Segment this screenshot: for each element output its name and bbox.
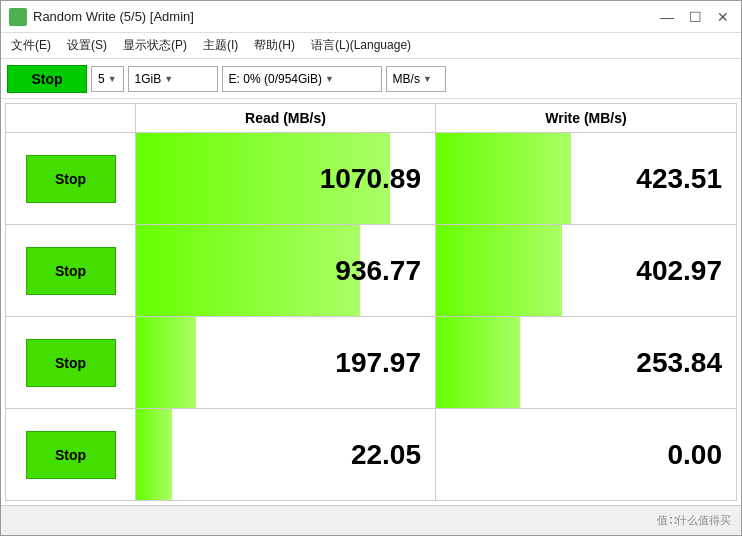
path-arrow-icon: ▼ [325,74,334,84]
header-empty [6,104,136,132]
row-3-read-bar [136,317,196,408]
path-value: E: 0% (0/954GiB) [229,72,322,86]
row-4-write-value: 0.00 [668,439,723,471]
header-write: Write (MB/s) [436,104,736,132]
count-value: 5 [98,72,105,86]
toolbar: Stop 5 ▼ 1GiB ▼ E: 0% (0/954GiB) ▼ MB/s … [1,59,741,99]
row-4-write-cell: 0.00 [436,409,736,500]
results-table: Read (MB/s) Write (MB/s) Stop 1070.89 [5,103,737,501]
unit-arrow-icon: ▼ [423,74,432,84]
maximize-button[interactable]: ☐ [685,7,705,27]
row-2-write-cell: 402.97 [436,225,736,316]
unit-value: MB/s [393,72,420,86]
watermark-text: 值∷什么值得买 [657,513,731,528]
menu-settings[interactable]: 设置(S) [61,35,113,56]
row-3-read-cell: 197.97 [136,317,436,408]
count-arrow-icon: ▼ [108,74,117,84]
window-title: Random Write (5/5) [Admin] [33,9,194,24]
row-4-btn-cell: Stop [6,409,136,500]
stop-row-1-button[interactable]: Stop [26,155,116,203]
stop-row-2-button[interactable]: Stop [26,247,116,295]
close-button[interactable]: ✕ [713,7,733,27]
row-2-read-cell: 936.77 [136,225,436,316]
stop-row-3-button[interactable]: Stop [26,339,116,387]
unit-dropdown[interactable]: MB/s ▼ [386,66,446,92]
table-body: Stop 1070.89 423.51 Stop [6,133,736,500]
size-value: 1GiB [135,72,162,86]
row-4-read-bar [136,409,172,500]
row-3-write-bar [436,317,520,408]
table-row: Stop 936.77 402.97 [6,225,736,317]
row-2-write-bar [436,225,562,316]
row-1-write-value: 423.51 [636,163,722,195]
table-row: Stop 1070.89 423.51 [6,133,736,225]
size-dropdown[interactable]: 1GiB ▼ [128,66,218,92]
minimize-button[interactable]: — [657,7,677,27]
row-1-write-cell: 423.51 [436,133,736,224]
menu-help[interactable]: 帮助(H) [248,35,301,56]
row-3-btn-cell: Stop [6,317,136,408]
menu-file[interactable]: 文件(E) [5,35,57,56]
title-bar: Random Write (5/5) [Admin] — ☐ ✕ [1,1,741,33]
status-bar: 值∷什么值得买 [1,505,741,535]
main-window: Random Write (5/5) [Admin] — ☐ ✕ 文件(E) 设… [0,0,742,536]
row-3-write-value: 253.84 [636,347,722,379]
table-header: Read (MB/s) Write (MB/s) [6,104,736,133]
window-controls: — ☐ ✕ [657,7,733,27]
row-2-write-value: 402.97 [636,255,722,287]
row-1-read-cell: 1070.89 [136,133,436,224]
menu-theme[interactable]: 主题(I) [197,35,244,56]
row-2-btn-cell: Stop [6,225,136,316]
stop-main-button[interactable]: Stop [7,65,87,93]
table-row: Stop 197.97 253.84 [6,317,736,409]
row-3-write-cell: 253.84 [436,317,736,408]
table-row: Stop 22.05 0.00 [6,409,736,500]
stop-row-4-button[interactable]: Stop [26,431,116,479]
size-arrow-icon: ▼ [164,74,173,84]
path-dropdown[interactable]: E: 0% (0/954GiB) ▼ [222,66,382,92]
menu-language[interactable]: 语言(L)(Language) [305,35,417,56]
header-read: Read (MB/s) [136,104,436,132]
row-2-read-value: 936.77 [335,255,421,287]
row-4-read-cell: 22.05 [136,409,436,500]
row-4-read-value: 22.05 [351,439,421,471]
menu-display[interactable]: 显示状态(P) [117,35,193,56]
row-1-btn-cell: Stop [6,133,136,224]
app-icon [9,8,27,26]
title-bar-left: Random Write (5/5) [Admin] [9,8,194,26]
row-2-read-bar [136,225,360,316]
row-1-write-bar [436,133,571,224]
count-dropdown[interactable]: 5 ▼ [91,66,124,92]
row-1-read-value: 1070.89 [320,163,421,195]
row-3-read-value: 197.97 [335,347,421,379]
content-area: Read (MB/s) Write (MB/s) Stop 1070.89 [1,99,741,535]
menu-bar: 文件(E) 设置(S) 显示状态(P) 主题(I) 帮助(H) 语言(L)(La… [1,33,741,59]
